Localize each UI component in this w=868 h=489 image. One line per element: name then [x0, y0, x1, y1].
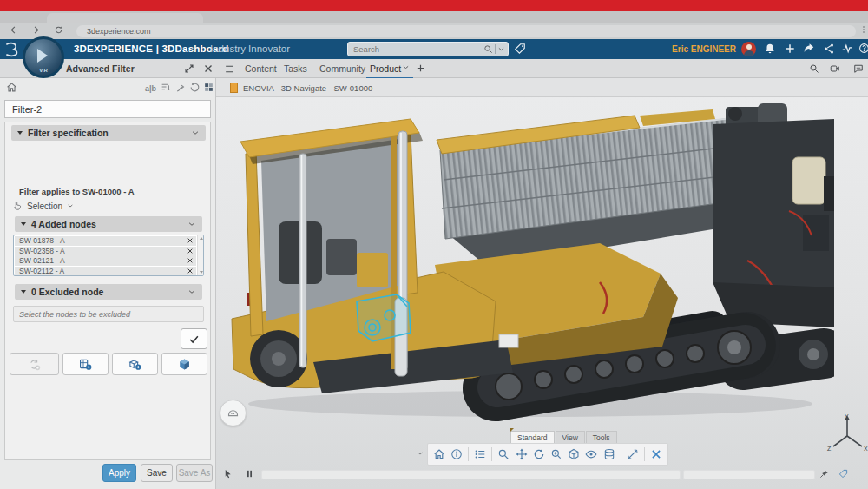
remove-node-icon[interactable]: [187, 237, 194, 244]
share-icon[interactable]: [803, 43, 815, 55]
link-icon[interactable]: [175, 82, 187, 93]
widget-close-icon[interactable]: [203, 63, 214, 74]
tab-content[interactable]: Content: [245, 63, 277, 74]
notifications-icon[interactable]: [764, 43, 776, 55]
dassault-3ds-logo: [3, 41, 21, 58]
browser-menu-icon[interactable]: [859, 25, 868, 34]
compass-label: V.R: [25, 68, 62, 73]
browser-tab[interactable]: [47, 13, 203, 23]
app-name: Industry Innovator: [210, 43, 290, 54]
tab-chevron-icon[interactable]: [402, 63, 410, 71]
grid-view-icon[interactable]: [203, 82, 214, 93]
add-from-box-button[interactable]: [112, 353, 158, 375]
save-button[interactable]: Save: [141, 464, 173, 482]
data-source-icon[interactable]: [602, 446, 617, 464]
tab-product[interactable]: Product: [370, 63, 401, 74]
remove-node-icon[interactable]: [187, 257, 194, 264]
iso-view-cube-icon[interactable]: [566, 446, 582, 464]
help-icon[interactable]: [858, 43, 868, 54]
media-icon[interactable]: [830, 63, 840, 74]
remove-node-icon[interactable]: [187, 268, 194, 274]
user-avatar[interactable]: [741, 42, 756, 56]
pause-icon[interactable]: [245, 469, 254, 479]
add-from-list-button[interactable]: [62, 353, 108, 375]
search-icon[interactable]: [483, 44, 493, 54]
selection-chevron-icon[interactable]: [67, 202, 74, 209]
3d-viewport[interactable]: Standard View Tools: [216, 97, 868, 489]
info-icon[interactable]: [449, 446, 464, 464]
section-chevron-icon[interactable]: [191, 129, 200, 137]
exit-tool-icon[interactable]: [648, 446, 664, 464]
selection-dropdown[interactable]: Selection: [12, 201, 74, 211]
visibility-swap-icon[interactable]: [583, 446, 599, 464]
user-name[interactable]: Eric ENGINEER: [670, 44, 736, 54]
axis-triad: Y X Z: [826, 412, 868, 460]
home-icon[interactable]: [6, 82, 17, 93]
widget-expand-icon[interactable]: [184, 63, 194, 74]
home-view-icon[interactable]: [431, 446, 447, 464]
filter-specification-header[interactable]: Filter specification: [11, 125, 206, 141]
browser-back-icon[interactable]: [9, 25, 18, 35]
zoom-icon[interactable]: [496, 446, 511, 464]
reset-icon[interactable]: [189, 82, 201, 93]
toolbar-collapse-icon[interactable]: [417, 450, 424, 457]
node-row[interactable]: SW-02358 - A: [15, 247, 196, 256]
section-chevron-icon[interactable]: [187, 287, 196, 296]
pin-icon[interactable]: [819, 469, 829, 479]
pan-icon[interactable]: [514, 446, 529, 464]
search-chevron-icon[interactable]: [497, 45, 505, 53]
node-row[interactable]: SW-02121 - A: [15, 256, 196, 266]
dashboard-menu-icon[interactable]: [224, 63, 235, 75]
add-content-icon[interactable]: [784, 43, 796, 55]
browser-forward-icon[interactable]: [31, 25, 41, 35]
viewer-title-bar[interactable]: ENOVIA - 3D Navigate - SW-01000: [216, 78, 868, 97]
global-search[interactable]: [347, 42, 509, 56]
compass-play-icon[interactable]: [37, 49, 48, 63]
rotate-icon[interactable]: [531, 446, 547, 464]
page-search-icon[interactable]: [809, 63, 819, 74]
select-cursor-icon[interactable]: [223, 469, 233, 479]
toolbar-tab-view[interactable]: View: [556, 431, 585, 444]
axis-y-label: Y: [845, 413, 849, 420]
browser-tab-strip[interactable]: [0, 11, 868, 23]
excluded-nodes-header[interactable]: 0 Excluded node: [15, 284, 202, 300]
zoom-area-icon[interactable]: [549, 446, 564, 464]
node-row[interactable]: SW-01878 - A: [15, 236, 196, 246]
node-row[interactable]: SW-02112 - A: [15, 267, 196, 276]
sort-filter-icon[interactable]: [161, 82, 172, 93]
measure-icon[interactable]: [625, 446, 641, 464]
remove-node-icon[interactable]: [187, 248, 194, 254]
added-nodes-list[interactable]: SW-01878 - A SW-02358 - A SW-02121 - A S…: [13, 235, 204, 276]
save-as-button[interactable]: Save As: [176, 464, 213, 482]
tab-community[interactable]: Community: [319, 63, 365, 74]
tag-tool-icon[interactable]: [838, 469, 848, 479]
url-field[interactable]: 3dexperience.com: [76, 25, 856, 37]
add-3d-volume-button[interactable]: [161, 353, 207, 375]
apply-button[interactable]: Apply: [102, 464, 136, 482]
validate-button[interactable]: [181, 328, 207, 349]
list-scrollbar[interactable]: [197, 235, 203, 275]
rename-icon[interactable]: a|b: [145, 84, 156, 93]
assistant-button[interactable]: [220, 400, 247, 426]
added-nodes-header[interactable]: 4 Added nodes: [15, 216, 202, 232]
added-nodes-label: 4 Added nodes: [31, 219, 96, 229]
add-related-button[interactable]: [10, 353, 59, 375]
excluded-nodes-input[interactable]: [13, 306, 204, 322]
tab-tasks[interactable]: Tasks: [284, 63, 307, 74]
add-tab-icon[interactable]: [416, 63, 425, 73]
model-tree-icon[interactable]: [472, 446, 488, 464]
browser-reload-icon[interactable]: [54, 25, 63, 35]
3dexperience-compass[interactable]: V.R: [23, 36, 64, 78]
section-chevron-icon[interactable]: [187, 220, 196, 228]
machine-3d-model[interactable]: [227, 100, 834, 430]
activity-icon[interactable]: [841, 43, 853, 55]
3d-navigate-window: ENOVIA - 3D Navigate - SW-01000: [216, 78, 868, 489]
share-network-icon[interactable]: [823, 43, 835, 55]
comments-icon[interactable]: [853, 63, 864, 74]
search-input[interactable]: [348, 44, 483, 54]
filter-name-field[interactable]: [4, 100, 211, 118]
highlighted-part[interactable]: [357, 294, 411, 341]
toolbar-tab-standard[interactable]: Standard: [510, 431, 555, 444]
6wtags-icon[interactable]: [514, 43, 526, 55]
toolbar-tab-tools[interactable]: Tools: [586, 431, 617, 444]
